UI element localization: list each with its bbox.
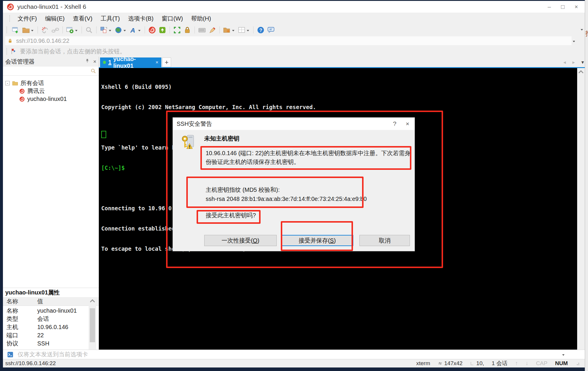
dropdown-caret-icon[interactable] <box>31 30 33 33</box>
column-name: 名称 <box>3 297 37 305</box>
address-field[interactable] <box>5 36 572 45</box>
compose-input[interactable] <box>17 351 561 358</box>
new-session-button[interactable] <box>11 25 21 35</box>
virtual-keyboard-icon <box>198 26 206 34</box>
svg-text:?: ? <box>259 27 262 33</box>
prop-value: SSH <box>37 340 49 347</box>
annotation-box-message <box>200 146 411 170</box>
annotation-box-accept-save <box>281 221 353 251</box>
status-terminal-type: xterm <box>416 360 430 367</box>
font-button[interactable]: A <box>128 25 143 35</box>
help-button[interactable]: ? <box>256 25 266 35</box>
column-value: 值 <box>37 297 43 305</box>
disconnect-button[interactable] <box>40 25 50 35</box>
scroll-up-icon <box>90 299 95 304</box>
tab-yuchao-linux01[interactable]: 1 yuchao-linux01 × <box>100 57 161 67</box>
menu-window[interactable]: 窗口(W) <box>158 15 187 23</box>
folder-icon <box>12 80 18 86</box>
send-message-icon <box>267 26 275 34</box>
tab-close-icon[interactable]: × <box>156 60 158 65</box>
properties-scroll-thumb[interactable] <box>90 308 95 342</box>
status-size: 147x42 <box>444 360 462 367</box>
minimize-button[interactable]: – <box>543 2 556 11</box>
property-row[interactable]: 主机10.96.0.146 <box>3 323 89 331</box>
address-dropdown-caret[interactable] <box>573 41 575 43</box>
tab-number: 1 <box>108 59 111 66</box>
session-properties-button[interactable] <box>65 25 80 35</box>
session-manager-title: 会话管理器 <box>5 58 35 66</box>
fullscreen-button[interactable] <box>172 25 182 35</box>
tab-next-icon[interactable]: ▸ <box>572 59 575 65</box>
disconnect-icon <box>41 26 49 34</box>
terminal-scrollbar[interactable] <box>577 68 585 350</box>
menu-help[interactable]: 帮助(H) <box>187 15 215 23</box>
tree-item-tencent[interactable]: 腾讯云 <box>19 87 45 95</box>
close-button[interactable]: × <box>570 2 583 11</box>
reconnect-button[interactable] <box>50 25 60 35</box>
address-input[interactable] <box>16 37 545 45</box>
address-bar <box>3 35 585 46</box>
highlight-icon <box>208 26 216 34</box>
edge-text-fragment: 扌 <box>585 29 588 38</box>
properties-header: 名称 值 <box>3 297 99 306</box>
status-url: ssh://10.96.0.146:22 <box>5 360 56 367</box>
prop-key: 名称 <box>3 307 37 315</box>
info-bar: 要添加当前会话，点击左侧的箭头按钮。 <box>3 46 585 57</box>
status-num-lock: NUM <box>555 360 568 367</box>
terminal-line: Xshell 6 (Build 0095) <box>101 84 316 90</box>
session-search-box[interactable] <box>3 67 99 76</box>
resize-grip-icon[interactable] <box>575 361 579 365</box>
xshell-button[interactable] <box>147 25 157 35</box>
menu-edit[interactable]: 编辑(E) <box>41 15 69 23</box>
new-folder-button[interactable] <box>222 25 236 35</box>
tree-item-yuchao-linux01[interactable]: yuchao-linux01 <box>19 95 67 103</box>
xshell-icon <box>148 26 156 34</box>
compose-dropdown-caret[interactable] <box>562 354 565 357</box>
prop-value: 10.96.0.146 <box>37 324 68 331</box>
dropdown-caret-icon[interactable] <box>109 30 111 33</box>
screen-layout-button[interactable] <box>99 25 113 35</box>
help-icon: ? <box>257 26 265 34</box>
highlight-button[interactable] <box>207 25 217 35</box>
xftp-button[interactable] <box>157 25 168 35</box>
tree-item-all-sessions[interactable]: - 所有会话 <box>5 79 44 87</box>
menu-tools[interactable]: 工具(T) <box>97 15 124 23</box>
dropdown-caret-icon[interactable] <box>75 30 77 33</box>
scroll-down-arrow-icon[interactable]: ↓ <box>526 360 528 367</box>
status-session-count: 1 会话 <box>492 360 508 367</box>
dropdown-caret-icon[interactable] <box>232 30 234 33</box>
dropdown-caret-icon[interactable] <box>124 30 126 33</box>
pin-icon[interactable] <box>83 58 91 65</box>
tree-expander-icon[interactable]: - <box>5 81 10 85</box>
property-row[interactable]: 名称yuchao-linux01 <box>3 306 89 315</box>
menu-view[interactable]: 查看(V) <box>69 15 97 23</box>
open-folder-button[interactable] <box>21 25 36 35</box>
drag-grip <box>6 27 8 33</box>
font-icon: A <box>129 26 137 34</box>
panel-close-button[interactable]: × <box>91 59 99 65</box>
tab-nav: ◂ ▸ ▾ <box>563 57 584 67</box>
dropdown-caret-icon[interactable] <box>138 30 141 33</box>
find-button[interactable] <box>84 25 94 35</box>
status-caps-lock: CAP <box>536 360 548 367</box>
menu-bar: 文件(F) 编辑(E) 查看(V) 工具(T) 选项卡(B) 窗口(W) 帮助(… <box>3 13 585 24</box>
property-row[interactable]: 类型会话 <box>3 315 89 323</box>
send-message-button[interactable] <box>266 25 276 35</box>
dropdown-caret-icon[interactable] <box>247 30 249 33</box>
scroll-up-arrow-icon[interactable]: ↑ <box>515 360 518 367</box>
tab-prev-icon[interactable]: ◂ <box>563 59 566 65</box>
virtual-keyboard-button[interactable] <box>197 25 207 35</box>
web-button[interactable] <box>113 25 128 35</box>
new-session-icon <box>12 26 20 34</box>
property-row[interactable]: 端口22 <box>3 331 89 339</box>
maximize-button[interactable]: □ <box>556 2 570 11</box>
tile-windows-button[interactable] <box>236 25 251 35</box>
tab-menu-caret[interactable]: ▾ <box>581 59 584 65</box>
property-row[interactable]: 协议SSH <box>3 339 89 348</box>
toolbar-overflow-caret[interactable] <box>579 31 584 36</box>
menu-tab[interactable]: 选项卡(B) <box>124 15 158 23</box>
new-tab-button[interactable]: + <box>162 57 171 67</box>
lock-button[interactable] <box>182 25 192 35</box>
menu-file[interactable]: 文件(F) <box>13 15 41 23</box>
reconnect-icon <box>51 26 59 34</box>
